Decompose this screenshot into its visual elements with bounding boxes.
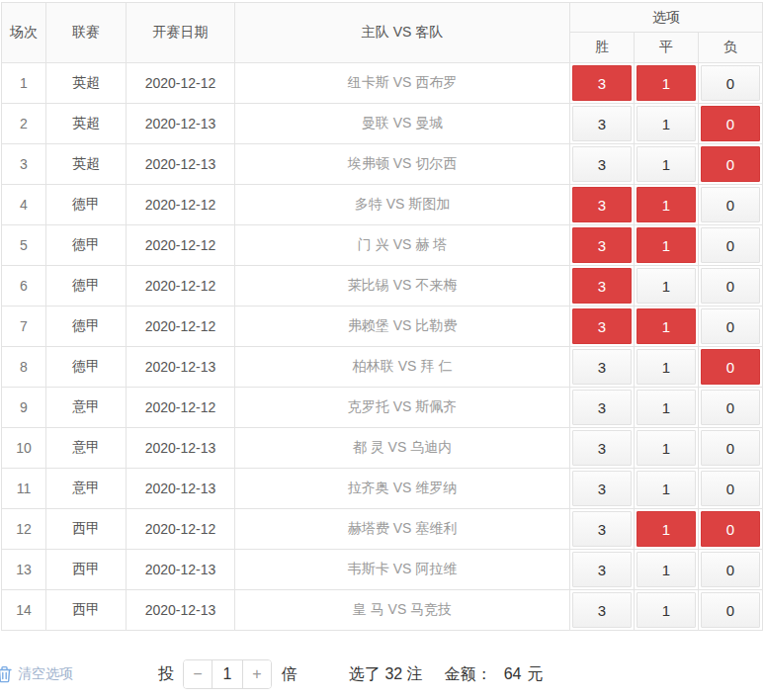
option-lose-button[interactable]: 0 [701, 65, 760, 101]
amount-value: 64 [504, 665, 522, 683]
match-row: 9 意甲 2020-12-12 克罗托 VS 斯佩齐 3 1 0 [2, 388, 763, 428]
league-cell: 德甲 [46, 306, 127, 347]
teams-cell: 门 兴 VS 赫 塔 [235, 225, 570, 266]
header-win: 胜 [569, 33, 634, 63]
date-cell: 2020-12-13 [127, 590, 235, 631]
match-no-cell: 8 [2, 347, 46, 388]
option-win-button[interactable]: 3 [572, 592, 632, 628]
match-no-cell: 6 [2, 266, 46, 306]
match-row: 4 德甲 2020-12-12 多特 VS 斯图加 3 1 0 [2, 185, 763, 225]
stake-suffix-label: 倍 [282, 664, 297, 685]
option-draw-button[interactable]: 1 [637, 471, 696, 506]
match-no-cell: 9 [2, 388, 46, 428]
match-row: 8 德甲 2020-12-13 柏林联 VS 拜 仁 3 1 0 [2, 347, 763, 388]
date-cell: 2020-12-12 [127, 306, 235, 347]
option-lose-button[interactable]: 0 [701, 106, 760, 141]
league-cell: 德甲 [46, 266, 127, 306]
option-win-button[interactable]: 3 [572, 227, 632, 263]
option-win-button[interactable]: 3 [572, 308, 632, 344]
match-no-cell: 2 [2, 104, 46, 144]
teams-cell: 多特 VS 斯图加 [235, 185, 570, 225]
option-draw-button[interactable]: 1 [637, 308, 696, 344]
option-draw-button[interactable]: 1 [637, 65, 696, 101]
option-lose-button[interactable]: 0 [701, 390, 760, 425]
option-win-button[interactable]: 3 [572, 430, 632, 466]
option-draw-button[interactable]: 1 [637, 430, 696, 466]
decrease-multiplier-button[interactable]: − [184, 660, 212, 688]
option-draw-button[interactable]: 1 [637, 390, 696, 425]
clear-options-button[interactable]: 清空选项 [0, 665, 73, 683]
option-win-button[interactable]: 3 [572, 106, 632, 141]
option-draw-button[interactable]: 1 [637, 592, 696, 628]
match-no-cell: 4 [2, 185, 46, 225]
trash-icon [0, 665, 13, 683]
option-lose-button[interactable]: 0 [701, 349, 760, 385]
option-lose-button[interactable]: 0 [701, 227, 760, 263]
date-cell: 2020-12-13 [127, 469, 235, 509]
amount-unit: 元 [527, 664, 543, 685]
date-cell: 2020-12-12 [127, 63, 235, 104]
option-lose-button[interactable]: 0 [701, 471, 760, 506]
option-win-button[interactable]: 3 [572, 390, 632, 425]
option-win-button[interactable]: 3 [572, 65, 632, 101]
teams-cell: 皇 马 VS 马竞技 [235, 590, 570, 631]
amount-label: 金额： [445, 664, 492, 685]
league-cell: 西甲 [46, 550, 127, 590]
option-lose-button[interactable]: 0 [701, 552, 760, 587]
option-lose-button[interactable]: 0 [701, 146, 760, 182]
header-match-no: 场次 [2, 3, 46, 63]
date-cell: 2020-12-13 [127, 144, 235, 185]
date-cell: 2020-12-12 [127, 185, 235, 225]
date-cell: 2020-12-13 [127, 550, 235, 590]
header-lose: 负 [698, 33, 762, 63]
match-row: 3 英超 2020-12-13 埃弗顿 VS 切尔西 3 1 0 [2, 144, 763, 185]
match-row: 5 德甲 2020-12-12 门 兴 VS 赫 塔 3 1 0 [2, 225, 763, 266]
teams-cell: 埃弗顿 VS 切尔西 [235, 144, 570, 185]
teams-cell: 韦斯卡 VS 阿拉维 [235, 550, 570, 590]
teams-cell: 柏林联 VS 拜 仁 [235, 347, 570, 388]
match-row: 12 西甲 2020-12-12 赫塔费 VS 塞维利 3 1 0 [2, 509, 763, 550]
option-win-button[interactable]: 3 [572, 511, 632, 547]
header-options: 选项 [569, 3, 762, 33]
date-cell: 2020-12-13 [127, 428, 235, 469]
option-win-button[interactable]: 3 [572, 552, 632, 587]
league-cell: 英超 [46, 63, 127, 104]
teams-cell: 赫塔费 VS 塞维利 [235, 509, 570, 550]
option-lose-button[interactable]: 0 [701, 187, 760, 222]
league-cell: 意甲 [46, 388, 127, 428]
league-cell: 意甲 [46, 428, 127, 469]
option-draw-button[interactable]: 1 [637, 552, 696, 587]
option-draw-button[interactable]: 1 [637, 106, 696, 141]
option-draw-button[interactable]: 1 [637, 349, 696, 385]
option-win-button[interactable]: 3 [572, 471, 632, 506]
teams-cell: 都 灵 VS 乌迪内 [235, 428, 570, 469]
option-win-button[interactable]: 3 [572, 187, 632, 222]
multiplier-value[interactable]: 1 [212, 660, 243, 688]
option-lose-button[interactable]: 0 [701, 592, 760, 628]
teams-cell: 曼联 VS 曼城 [235, 104, 570, 144]
option-draw-button[interactable]: 1 [637, 511, 696, 547]
match-no-cell: 14 [2, 590, 46, 631]
option-draw-button[interactable]: 1 [637, 227, 696, 263]
option-lose-button[interactable]: 0 [701, 268, 760, 304]
option-draw-button[interactable]: 1 [637, 146, 696, 182]
match-row: 6 德甲 2020-12-12 莱比锡 VS 不来梅 3 1 0 [2, 266, 763, 306]
option-draw-button[interactable]: 1 [637, 187, 696, 222]
increase-multiplier-button[interactable]: + [243, 660, 271, 688]
option-lose-button[interactable]: 0 [701, 511, 760, 547]
option-lose-button[interactable]: 0 [701, 308, 760, 344]
option-draw-button[interactable]: 1 [637, 268, 696, 304]
option-lose-button[interactable]: 0 [701, 430, 760, 466]
option-win-button[interactable]: 3 [572, 268, 632, 304]
teams-cell: 克罗托 VS 斯佩齐 [235, 388, 570, 428]
match-row: 2 英超 2020-12-13 曼联 VS 曼城 3 1 0 [2, 104, 763, 144]
option-win-button[interactable]: 3 [572, 146, 632, 182]
footer-bar: 清空选项 投 − 1 + 倍 选了 32 注 金额： 64 元 [0, 658, 764, 690]
selected-count-text: 选了 32 注 [349, 664, 423, 685]
date-cell: 2020-12-12 [127, 225, 235, 266]
header-date: 开赛日期 [127, 3, 235, 63]
header-draw: 平 [634, 33, 698, 63]
bet-summary: 选了 32 注 金额： 64 元 [349, 664, 543, 685]
teams-cell: 莱比锡 VS 不来梅 [235, 266, 570, 306]
option-win-button[interactable]: 3 [572, 349, 632, 385]
